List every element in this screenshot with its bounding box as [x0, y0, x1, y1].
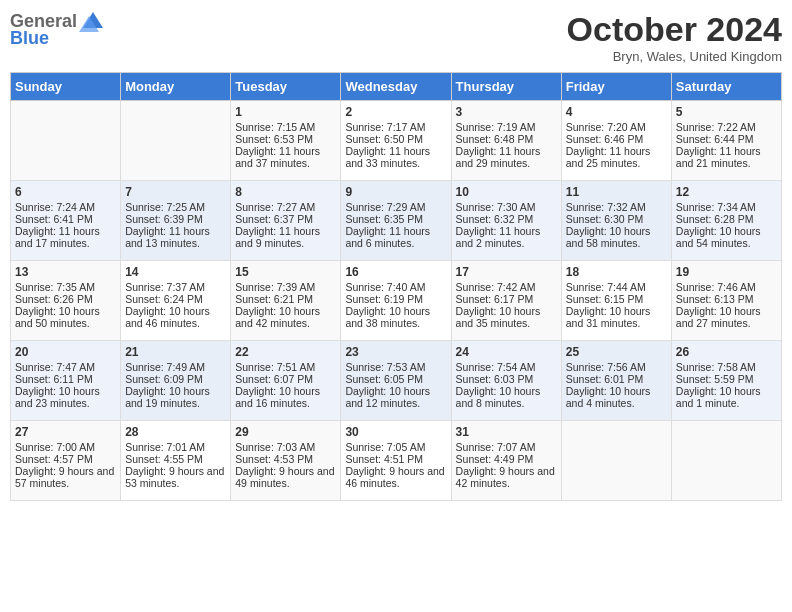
sunrise-text: Sunrise: 7:15 AM: [235, 121, 336, 133]
sunset-text: Sunset: 6:05 PM: [345, 373, 446, 385]
sunrise-text: Sunrise: 7:46 AM: [676, 281, 777, 293]
day-number: 20: [15, 345, 116, 359]
sunset-text: Sunset: 6:17 PM: [456, 293, 557, 305]
sunrise-text: Sunrise: 7:58 AM: [676, 361, 777, 373]
sunrise-text: Sunrise: 7:42 AM: [456, 281, 557, 293]
daylight-text: Daylight: 10 hours and 4 minutes.: [566, 385, 667, 409]
calendar-cell: 17Sunrise: 7:42 AMSunset: 6:17 PMDayligh…: [451, 261, 561, 341]
calendar-cell: 12Sunrise: 7:34 AMSunset: 6:28 PMDayligh…: [671, 181, 781, 261]
sunrise-text: Sunrise: 7:00 AM: [15, 441, 116, 453]
logo-icon: [79, 10, 107, 32]
daylight-text: Daylight: 9 hours and 53 minutes.: [125, 465, 226, 489]
sunrise-text: Sunrise: 7:17 AM: [345, 121, 446, 133]
sunrise-text: Sunrise: 7:30 AM: [456, 201, 557, 213]
sunset-text: Sunset: 6:46 PM: [566, 133, 667, 145]
calendar-week-row: 20Sunrise: 7:47 AMSunset: 6:11 PMDayligh…: [11, 341, 782, 421]
logo-blue: Blue: [10, 28, 49, 49]
sunset-text: Sunset: 6:48 PM: [456, 133, 557, 145]
sunset-text: Sunset: 4:49 PM: [456, 453, 557, 465]
sunrise-text: Sunrise: 7:40 AM: [345, 281, 446, 293]
daylight-text: Daylight: 10 hours and 1 minute.: [676, 385, 777, 409]
day-number: 18: [566, 265, 667, 279]
day-number: 27: [15, 425, 116, 439]
sunrise-text: Sunrise: 7:07 AM: [456, 441, 557, 453]
daylight-text: Daylight: 11 hours and 9 minutes.: [235, 225, 336, 249]
sunrise-text: Sunrise: 7:24 AM: [15, 201, 116, 213]
calendar-cell: [561, 421, 671, 501]
day-number: 13: [15, 265, 116, 279]
day-number: 9: [345, 185, 446, 199]
calendar-cell: 9Sunrise: 7:29 AMSunset: 6:35 PMDaylight…: [341, 181, 451, 261]
weekday-header: Wednesday: [341, 73, 451, 101]
calendar-cell: 29Sunrise: 7:03 AMSunset: 4:53 PMDayligh…: [231, 421, 341, 501]
sunset-text: Sunset: 6:15 PM: [566, 293, 667, 305]
daylight-text: Daylight: 11 hours and 21 minutes.: [676, 145, 777, 169]
sunset-text: Sunset: 6:32 PM: [456, 213, 557, 225]
daylight-text: Daylight: 10 hours and 12 minutes.: [345, 385, 446, 409]
daylight-text: Daylight: 9 hours and 49 minutes.: [235, 465, 336, 489]
calendar-cell: 31Sunrise: 7:07 AMSunset: 4:49 PMDayligh…: [451, 421, 561, 501]
sunset-text: Sunset: 6:21 PM: [235, 293, 336, 305]
sunrise-text: Sunrise: 7:49 AM: [125, 361, 226, 373]
month-title: October 2024: [567, 10, 782, 49]
day-number: 10: [456, 185, 557, 199]
day-number: 3: [456, 105, 557, 119]
daylight-text: Daylight: 10 hours and 42 minutes.: [235, 305, 336, 329]
day-number: 24: [456, 345, 557, 359]
sunset-text: Sunset: 6:28 PM: [676, 213, 777, 225]
day-number: 6: [15, 185, 116, 199]
calendar-cell: 11Sunrise: 7:32 AMSunset: 6:30 PMDayligh…: [561, 181, 671, 261]
day-number: 22: [235, 345, 336, 359]
sunrise-text: Sunrise: 7:51 AM: [235, 361, 336, 373]
weekday-header: Friday: [561, 73, 671, 101]
sunrise-text: Sunrise: 7:47 AM: [15, 361, 116, 373]
calendar-week-row: 27Sunrise: 7:00 AMSunset: 4:57 PMDayligh…: [11, 421, 782, 501]
daylight-text: Daylight: 11 hours and 25 minutes.: [566, 145, 667, 169]
daylight-text: Daylight: 10 hours and 54 minutes.: [676, 225, 777, 249]
sunrise-text: Sunrise: 7:54 AM: [456, 361, 557, 373]
day-number: 21: [125, 345, 226, 359]
sunset-text: Sunset: 4:57 PM: [15, 453, 116, 465]
daylight-text: Daylight: 11 hours and 2 minutes.: [456, 225, 557, 249]
calendar-cell: 1Sunrise: 7:15 AMSunset: 6:53 PMDaylight…: [231, 101, 341, 181]
sunset-text: Sunset: 6:11 PM: [15, 373, 116, 385]
calendar-table: SundayMondayTuesdayWednesdayThursdayFrid…: [10, 72, 782, 501]
sunset-text: Sunset: 4:55 PM: [125, 453, 226, 465]
sunrise-text: Sunrise: 7:53 AM: [345, 361, 446, 373]
location-subtitle: Bryn, Wales, United Kingdom: [567, 49, 782, 64]
calendar-cell: 27Sunrise: 7:00 AMSunset: 4:57 PMDayligh…: [11, 421, 121, 501]
daylight-text: Daylight: 11 hours and 13 minutes.: [125, 225, 226, 249]
sunrise-text: Sunrise: 7:44 AM: [566, 281, 667, 293]
sunrise-text: Sunrise: 7:39 AM: [235, 281, 336, 293]
sunset-text: Sunset: 6:03 PM: [456, 373, 557, 385]
day-number: 1: [235, 105, 336, 119]
sunset-text: Sunset: 6:41 PM: [15, 213, 116, 225]
calendar-cell: 24Sunrise: 7:54 AMSunset: 6:03 PMDayligh…: [451, 341, 561, 421]
sunrise-text: Sunrise: 7:27 AM: [235, 201, 336, 213]
day-number: 8: [235, 185, 336, 199]
daylight-text: Daylight: 11 hours and 6 minutes.: [345, 225, 446, 249]
weekday-header: Monday: [121, 73, 231, 101]
calendar-cell: 16Sunrise: 7:40 AMSunset: 6:19 PMDayligh…: [341, 261, 451, 341]
daylight-text: Daylight: 10 hours and 46 minutes.: [125, 305, 226, 329]
daylight-text: Daylight: 10 hours and 19 minutes.: [125, 385, 226, 409]
weekday-header: Tuesday: [231, 73, 341, 101]
day-number: 7: [125, 185, 226, 199]
daylight-text: Daylight: 10 hours and 35 minutes.: [456, 305, 557, 329]
sunrise-text: Sunrise: 7:20 AM: [566, 121, 667, 133]
calendar-week-row: 13Sunrise: 7:35 AMSunset: 6:26 PMDayligh…: [11, 261, 782, 341]
sunset-text: Sunset: 6:39 PM: [125, 213, 226, 225]
sunrise-text: Sunrise: 7:22 AM: [676, 121, 777, 133]
calendar-cell: 13Sunrise: 7:35 AMSunset: 6:26 PMDayligh…: [11, 261, 121, 341]
daylight-text: Daylight: 10 hours and 38 minutes.: [345, 305, 446, 329]
calendar-cell: 10Sunrise: 7:30 AMSunset: 6:32 PMDayligh…: [451, 181, 561, 261]
day-number: 31: [456, 425, 557, 439]
sunset-text: Sunset: 6:50 PM: [345, 133, 446, 145]
sunrise-text: Sunrise: 7:05 AM: [345, 441, 446, 453]
sunset-text: Sunset: 5:59 PM: [676, 373, 777, 385]
daylight-text: Daylight: 9 hours and 46 minutes.: [345, 465, 446, 489]
daylight-text: Daylight: 10 hours and 58 minutes.: [566, 225, 667, 249]
sunrise-text: Sunrise: 7:34 AM: [676, 201, 777, 213]
logo: General Blue: [10, 10, 107, 49]
sunset-text: Sunset: 6:35 PM: [345, 213, 446, 225]
